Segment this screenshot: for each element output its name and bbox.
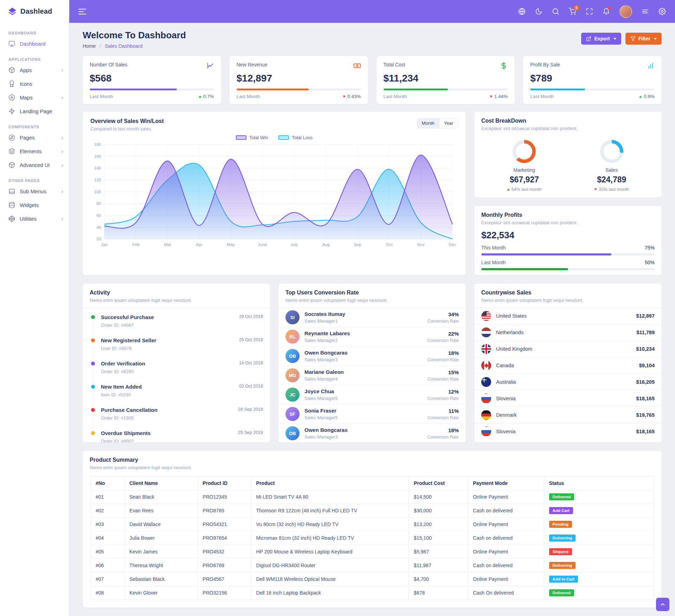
sidebar-item-label: Widgets — [20, 202, 39, 208]
pages-icon — [8, 134, 15, 141]
cell-product-id: PRO4532 — [198, 545, 251, 559]
sidebar-item-advanced-ui[interactable]: Advanced Ui› — [0, 158, 69, 172]
user-name: Mariane Galeon — [304, 369, 344, 375]
cost-breakdown-title: Cost BreakDown — [481, 118, 655, 124]
cell-cost: $5,987 — [409, 545, 468, 559]
toggle-month[interactable]: Month — [417, 118, 439, 128]
svg-text:Jan: Jan — [101, 242, 108, 247]
legend-item[interactable]: Total Loss — [278, 135, 313, 140]
export-button[interactable]: Export — [581, 33, 621, 45]
stat-progress-bar — [90, 89, 214, 90]
align-menu-button[interactable] — [642, 8, 649, 15]
legend-label: Total Loss — [292, 135, 313, 140]
activity-card: Activity Nemo enim ipsam voluptatem fugi… — [83, 284, 270, 442]
legend-item[interactable]: Total Win — [236, 135, 268, 140]
sidebar-item-label: Pages — [20, 135, 35, 141]
monthly-profits-card: Monthly Profits Excepteur sint occaecat … — [474, 206, 662, 275]
stat-period: Last Month — [384, 94, 407, 99]
stat-value: $12,897 — [237, 73, 361, 84]
landing-page-icon — [8, 108, 15, 115]
flag-us-icon — [481, 311, 491, 321]
sidebar-item-maps[interactable]: Maps› — [0, 91, 69, 104]
conversion-rate-label: Conversion Rate — [428, 377, 459, 382]
profit-progress-bar — [481, 253, 655, 255]
cell-product: Digisol DG-HR3400 Router — [251, 559, 409, 572]
scroll-to-top-button[interactable] — [656, 598, 669, 611]
trend-up-icon — [507, 188, 510, 190]
dollar-icon — [500, 62, 508, 70]
chart-subtitle: Compared to last month sales. — [90, 126, 164, 131]
svg-text:Mar: Mar — [164, 242, 171, 247]
table-row: #03David WallacePRO54321Vu 80cm (32 inch… — [91, 518, 654, 531]
cell-product: Vu 80cm (32 inch) HD Ready LED TV — [251, 518, 409, 531]
cell-cost: $13,200 — [409, 518, 468, 531]
app-logo[interactable]: Dashlead — [0, 0, 69, 23]
country-sales-value: $9,104 — [639, 363, 655, 368]
flag-si-icon — [481, 394, 491, 403]
chevron-right-icon: › — [61, 162, 63, 168]
bell-button[interactable] — [603, 8, 610, 15]
activity-item: Overdue Shipments25 Sep 2019Order ID: #8… — [91, 430, 263, 442]
conversion-rate-label: Conversion Rate — [428, 415, 459, 420]
activity-item-meta: Order ID: #8902 — [101, 439, 263, 442]
user-avatar[interactable] — [619, 5, 632, 18]
svg-text:Aug: Aug — [322, 242, 329, 247]
sidebar-item-widgets[interactable]: Widgets — [0, 198, 69, 212]
countrywise-list: United States$12,897Netherlands$11,789Un… — [474, 308, 662, 440]
toggle-year[interactable]: Year — [439, 118, 458, 128]
country-name: Slovenia — [496, 429, 516, 434]
country-sales-value: $18,165 — [636, 396, 655, 401]
sidebar-item-dashboard[interactable]: Dashboard — [0, 37, 69, 51]
svg-text:Feb: Feb — [132, 242, 140, 247]
moon-button[interactable] — [535, 8, 542, 15]
sidebar-item-pages[interactable]: Pages› — [0, 131, 69, 144]
utilities-icon — [8, 215, 15, 222]
breadcrumb-home[interactable]: Home — [83, 43, 96, 49]
svg-text:May: May — [227, 242, 235, 247]
cell-product-id: PRO97654 — [198, 531, 251, 545]
filter-button[interactable]: Filter — [625, 33, 662, 45]
sidebar-toggle-icon[interactable] — [78, 7, 86, 16]
sidebar-item-landing-page[interactable]: Landing Page — [0, 104, 69, 118]
activity-item: New Item Added02 Oct 2019Item ID: #0235 — [91, 384, 263, 407]
country-row: Slovenia$18,165 — [474, 423, 662, 440]
activity-list: Successful Purchase29 Oct 2019Order ID: … — [83, 308, 270, 442]
country-name: Australia — [496, 379, 516, 385]
donut-delta: 33% last month — [594, 187, 629, 192]
country-name: Canada — [496, 363, 514, 368]
cell-payment: Online Payment — [468, 572, 544, 586]
top-navbar: Dashlead 5 — [0, 0, 675, 23]
sidebar-item-icons[interactable]: Icons — [0, 77, 69, 91]
sidebar-item-label: Landing Page — [20, 108, 52, 114]
stat-progress-bar — [530, 89, 655, 90]
cell-payment: Online Payment — [468, 518, 544, 531]
sidebar-item-sub-menus[interactable]: Sub Menus› — [0, 184, 69, 198]
column-header: Client Name — [124, 476, 198, 490]
svg-text:140: 140 — [94, 166, 101, 170]
fullscreen-button[interactable] — [586, 8, 593, 15]
conversion-rate-label: Conversion Rate — [428, 435, 459, 440]
sidebar-item-utilities[interactable]: Utilities› — [0, 212, 69, 226]
sidebar-item-apps[interactable]: Apps› — [0, 63, 69, 77]
conversion-rate-label: Conversion Rate — [428, 396, 459, 401]
country-sales-value: $18,165 — [636, 429, 655, 434]
stat-card-icon — [353, 62, 361, 71]
search-icon — [552, 8, 559, 15]
search-button[interactable] — [552, 8, 559, 15]
monthly-profits-value: $22,534 — [474, 230, 662, 241]
activity-item-date: 25 Sep 2019 — [238, 430, 263, 435]
sidebar-item-elements[interactable]: Elements› — [0, 144, 69, 158]
svg-text:60: 60 — [96, 213, 101, 218]
cart-button[interactable]: 5 — [569, 8, 576, 15]
flag-uk-icon — [481, 344, 491, 354]
maps-icon — [8, 94, 15, 101]
breadcrumb-current[interactable]: Sales Dashboard — [105, 43, 142, 49]
avatar: JC — [285, 388, 300, 402]
cell-payment: Online Payment — [468, 545, 544, 559]
gear-button[interactable] — [658, 8, 666, 15]
activity-item-title: New Item Added — [101, 384, 142, 390]
status-badge: Add to Cart — [549, 576, 578, 583]
product-summary-subtitle: Nemo enim ipsam voluptatem fugit sequi n… — [90, 465, 655, 470]
country-name: United States — [496, 313, 527, 319]
globe-button[interactable] — [518, 8, 526, 15]
